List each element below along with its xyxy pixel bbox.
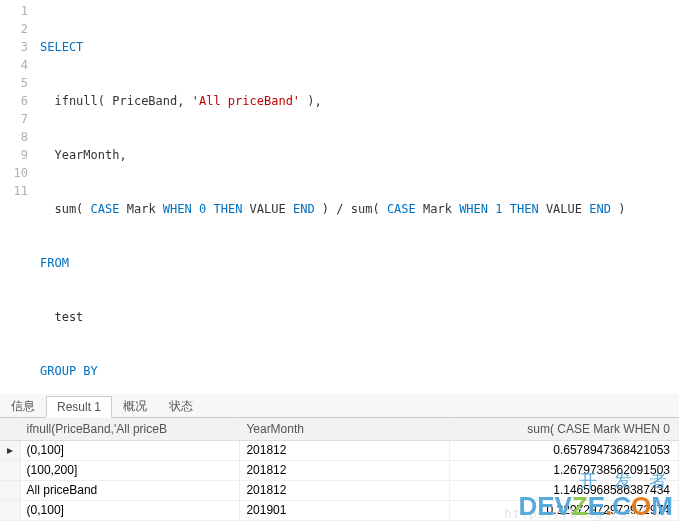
tab-result-1[interactable]: Result 1 bbox=[46, 396, 112, 418]
table-row[interactable]: All priceBand 201812 1.1465968586387434 bbox=[0, 480, 679, 500]
code-line: YearMonth, bbox=[40, 146, 675, 164]
grid-cell[interactable]: (100,200] bbox=[20, 460, 240, 480]
line-gutter: 1 2 3 4 5 6 7 8 9 10 11 bbox=[0, 0, 36, 394]
line-number: 4 bbox=[2, 56, 28, 74]
line-number: 7 bbox=[2, 110, 28, 128]
line-number: 3 bbox=[2, 38, 28, 56]
row-marker-icon: ▸ bbox=[0, 440, 20, 460]
code-line: GROUP BY bbox=[40, 362, 675, 380]
grid-cell[interactable]: (0,100] bbox=[20, 500, 240, 520]
line-number: 5 bbox=[2, 74, 28, 92]
column-header[interactable]: ifnull(PriceBand,'All priceB bbox=[20, 418, 240, 440]
row-marker-icon bbox=[0, 500, 20, 520]
line-number: 11 bbox=[2, 182, 28, 200]
code-line: ifnull( PriceBand, 'All priceBand' ), bbox=[40, 92, 675, 110]
row-marker-icon bbox=[0, 480, 20, 500]
code-line: sum( CASE Mark WHEN 0 THEN VALUE END ) /… bbox=[40, 200, 675, 218]
line-number: 6 bbox=[2, 92, 28, 110]
code-line: SELECT bbox=[40, 38, 675, 56]
table-row[interactable]: (100,200] 201812 1.2679738562091503 bbox=[0, 460, 679, 480]
tab-overview[interactable]: 概况 bbox=[112, 394, 158, 418]
url-watermark: https://blog.csdn.ne bbox=[505, 507, 670, 521]
line-number: 1 bbox=[2, 2, 28, 20]
grid-cell[interactable]: All priceBand bbox=[20, 480, 240, 500]
grid-cell[interactable]: 201812 bbox=[240, 440, 449, 460]
tab-info[interactable]: 信息 bbox=[0, 394, 46, 418]
grid-cell[interactable]: 201812 bbox=[240, 460, 449, 480]
line-number: 10 bbox=[2, 164, 28, 182]
row-marker-icon bbox=[0, 460, 20, 480]
code-line: test bbox=[40, 308, 675, 326]
sql-editor[interactable]: 1 2 3 4 5 6 7 8 9 10 11 SELECT ifnull( P… bbox=[0, 0, 679, 394]
result-tabs: 信息 Result 1 概况 状态 bbox=[0, 394, 679, 418]
grid-cell[interactable]: 201901 bbox=[240, 500, 449, 520]
grid-cell[interactable]: 201812 bbox=[240, 480, 449, 500]
result-grid[interactable]: ifnull(PriceBand,'All priceB YearMonth s… bbox=[0, 418, 679, 521]
grid-header-row: ifnull(PriceBand,'All priceB YearMonth s… bbox=[0, 418, 679, 440]
table-row[interactable]: ▸ (0,100] 201812 0.6578947368421053 bbox=[0, 440, 679, 460]
grid-cell[interactable]: 0.6578947368421053 bbox=[449, 440, 678, 460]
column-header[interactable]: YearMonth bbox=[240, 418, 449, 440]
code-line: FROM bbox=[40, 254, 675, 272]
tab-status[interactable]: 状态 bbox=[158, 394, 204, 418]
grid-cell[interactable]: 1.1465968586387434 bbox=[449, 480, 678, 500]
column-header[interactable]: sum( CASE Mark WHEN 0 bbox=[449, 418, 678, 440]
line-number: 9 bbox=[2, 146, 28, 164]
line-number: 2 bbox=[2, 20, 28, 38]
code-area[interactable]: SELECT ifnull( PriceBand, 'All priceBand… bbox=[36, 0, 679, 394]
grid-cell[interactable]: (0,100] bbox=[20, 440, 240, 460]
grid-cell[interactable]: 1.2679738562091503 bbox=[449, 460, 678, 480]
row-marker-header bbox=[0, 418, 20, 440]
line-number: 8 bbox=[2, 128, 28, 146]
